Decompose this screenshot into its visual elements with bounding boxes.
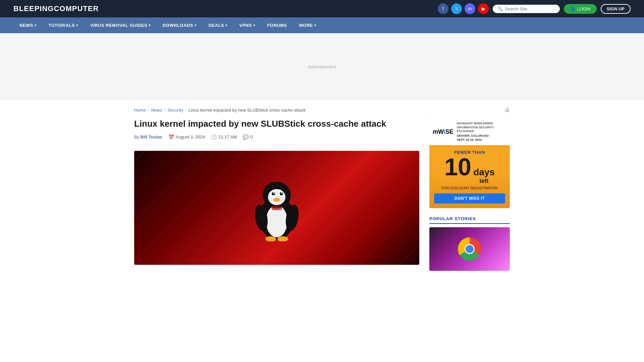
breadcrumb-current: Linux kernel impacted by new SLUBStick c… xyxy=(189,108,306,113)
chevron-down-icon: ▾ xyxy=(225,23,227,27)
print-icon[interactable]: 🖨 xyxy=(504,107,510,113)
breadcrumb-home[interactable]: Home xyxy=(134,108,146,113)
ad-company-info: MANDIANT WORLDWIDE INFORMATION SECURITY … xyxy=(457,122,506,142)
article-meta: By Bill Toulas 📅 August 3, 2024 🕐 11:17 … xyxy=(134,134,419,145)
content-wrapper: Linux kernel impacted by new SLUBStick c… xyxy=(134,118,510,271)
article-comments[interactable]: 💬 0 xyxy=(243,134,253,140)
popular-stories: POPULAR STORIES xyxy=(429,216,510,271)
twitter-icon[interactable]: 𝕏 xyxy=(451,3,462,14)
search-input[interactable] xyxy=(505,6,555,11)
svg-point-9 xyxy=(281,192,282,194)
breadcrumb-sep: › xyxy=(185,108,186,112)
chrome-inner-circle xyxy=(465,244,475,254)
ad-box: mWiSE MANDIANT WORLDWIDE INFORMATION SEC… xyxy=(429,118,510,208)
chevron-down-icon: ▾ xyxy=(35,23,37,27)
chevron-down-icon: ▾ xyxy=(253,23,255,27)
breadcrumb-sep: › xyxy=(164,108,165,112)
article-date: 📅 August 3, 2024 xyxy=(168,134,205,140)
breadcrumb: Home › News › Security › Linux kernel im… xyxy=(134,108,306,113)
youtube-icon[interactable]: ▶ xyxy=(478,3,489,14)
user-icon: 👤 xyxy=(570,6,575,11)
nav-deals[interactable]: DEALS ▾ xyxy=(202,17,233,33)
breadcrumb-security[interactable]: Security xyxy=(167,108,183,113)
breadcrumb-sep: › xyxy=(148,108,149,112)
nav-vpns[interactable]: VPNS ▾ xyxy=(233,17,261,33)
clock-icon: 🕐 xyxy=(211,134,217,140)
svg-point-3 xyxy=(268,189,285,205)
login-button[interactable]: 👤 LOGIN xyxy=(564,4,596,14)
nav-more[interactable]: MORE ▾ xyxy=(293,17,322,33)
nav-downloads[interactable]: DOWNLOADS ▾ xyxy=(157,17,203,33)
search-icon: 🔍 xyxy=(497,6,503,11)
chevron-down-icon: ▾ xyxy=(314,23,316,27)
article: Linux kernel impacted by new SLUBStick c… xyxy=(134,118,419,271)
article-sidebar: mWiSE MANDIANT WORLDWIDE INFORMATION SEC… xyxy=(429,118,510,271)
mastodon-icon[interactable]: m xyxy=(465,3,475,14)
ad-box-header: mWiSE MANDIANT WORLDWIDE INFORMATION SEC… xyxy=(429,118,510,145)
comment-icon: 💬 xyxy=(243,134,249,140)
breadcrumb-row: Home › News › Security › Linux kernel im… xyxy=(134,107,510,113)
chevron-down-icon: ▾ xyxy=(195,23,197,27)
social-icons: f 𝕏 m ▶ xyxy=(438,3,489,14)
breadcrumb-news[interactable]: News xyxy=(151,108,162,113)
article-hero-image xyxy=(134,151,419,265)
chevron-down-icon: ▾ xyxy=(76,23,78,27)
ad-banner-top: Advertisement xyxy=(0,33,644,100)
article-time: 🕐 11:17 AM xyxy=(211,134,237,140)
svg-point-10 xyxy=(273,198,280,202)
signup-button[interactable]: SIGN UP xyxy=(601,4,631,14)
main-container: Home › News › Security › Linux kernel im… xyxy=(121,100,523,278)
chrome-icon xyxy=(458,237,481,261)
chevron-down-icon: ▾ xyxy=(149,23,151,27)
popular-stories-title: POPULAR STORIES xyxy=(429,216,510,224)
mwise-logo: mWiSE xyxy=(433,128,453,135)
nav-news[interactable]: NEWS ▾ xyxy=(13,17,43,33)
svg-rect-15 xyxy=(272,206,282,210)
main-nav: NEWS ▾ TUTORIALS ▾ VIRUS REMOVAL GUIDES … xyxy=(0,17,644,33)
facebook-icon[interactable]: f xyxy=(438,3,448,14)
article-author: By Bill Toulas xyxy=(134,134,162,139)
author-link[interactable]: Bill Toulas xyxy=(141,134,162,139)
nav-tutorials[interactable]: TUTORIALS ▾ xyxy=(43,17,84,33)
nav-forums[interactable]: FORUMS xyxy=(261,17,293,33)
site-header: BLEEPINGCOMPUTER f 𝕏 m ▶ 🔍 👤 LOGIN SIGN … xyxy=(0,0,644,17)
search-bar: 🔍 xyxy=(493,5,560,13)
nav-virus-removal[interactable]: VIRUS REMOVAL GUIDES ▾ xyxy=(84,17,157,33)
popular-story-thumbnail[interactable] xyxy=(429,227,510,271)
svg-point-6 xyxy=(273,192,274,194)
calendar-icon: 📅 xyxy=(168,134,174,140)
site-logo[interactable]: BLEEPINGCOMPUTER xyxy=(13,4,99,13)
ad-cta-button[interactable]: DON'T MISS IT xyxy=(434,193,505,203)
header-right: f 𝕏 m ▶ 🔍 👤 LOGIN SIGN UP xyxy=(438,3,631,14)
tux-penguin-image xyxy=(250,174,304,241)
article-title: Linux kernel impacted by new SLUBStick c… xyxy=(134,118,419,130)
ad-box-body: FEWER THAN 10 days left FOR DISCOUNT REG… xyxy=(429,145,510,208)
